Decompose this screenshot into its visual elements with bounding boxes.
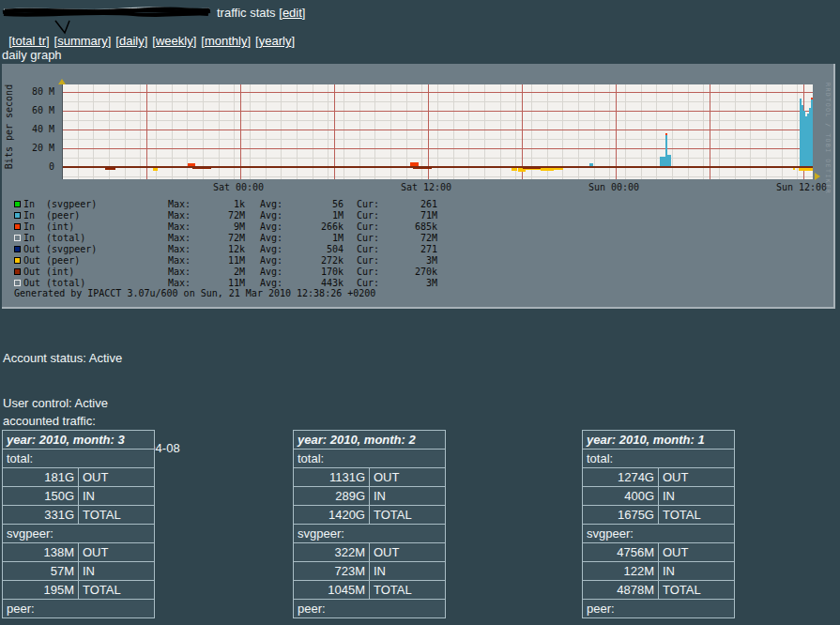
legend-swatch-out-total xyxy=(14,280,21,286)
legend-swatch-in-svgpeer xyxy=(14,201,21,207)
traffic-table-month-1: year: 2010, month: 1 total: 1274GOUT 400… xyxy=(582,430,735,618)
nav-yearly[interactable]: yearly xyxy=(259,34,292,48)
y-tick-20m: 20 M xyxy=(2,143,54,154)
nav-links: total trsummarydailyweeklymonthlyyearly xyxy=(2,20,299,48)
table-row: 723MIN xyxy=(294,562,446,581)
y-tick-60m: 60 M xyxy=(2,105,54,116)
traffic-table-month-3: year: 2010, month: 3 total: 181GOUT 150G… xyxy=(2,430,155,618)
y-tick-0: 0 xyxy=(2,161,54,173)
user-control-line: User control: Active xyxy=(3,396,180,411)
section-total: total: xyxy=(3,450,155,468)
legend-row: In (int) Max:9M Avg:266k Cur:685k xyxy=(2,221,828,232)
section-svgpeer: svgpeer: xyxy=(294,525,446,543)
table-row: 1420GTOTAL xyxy=(294,506,446,525)
table-row: 1274GOUT xyxy=(583,468,735,487)
traffic-table-month-2: year: 2010, month: 2 total: 1131GOUT 289… xyxy=(293,430,446,618)
ink-mark xyxy=(53,19,76,36)
section-total: total: xyxy=(294,450,446,468)
x-axis-arrow-icon xyxy=(815,173,820,180)
traffic-series-bars xyxy=(62,84,813,179)
section-svgpeer: svgpeer: xyxy=(3,525,155,543)
table-row: 322MOUT xyxy=(294,543,446,562)
table-header: year: 2010, month: 1 xyxy=(583,431,735,450)
page-title: traffic stats xyxy=(217,6,276,20)
legend-swatch-in-int xyxy=(14,223,21,230)
table-row: 400GIN xyxy=(583,487,735,506)
redacted-name xyxy=(2,6,212,20)
table-row: 1131GOUT xyxy=(294,468,446,487)
nav-monthly[interactable]: monthly xyxy=(205,34,248,48)
section-svgpeer: svgpeer: xyxy=(583,525,735,543)
table-header: year: 2010, month: 3 xyxy=(3,431,155,450)
daily-graph-label: daily graph xyxy=(2,48,62,62)
table-row: 122MIN xyxy=(583,562,735,581)
accounted-traffic-label: accounted traffic: xyxy=(3,414,96,428)
legend-swatch-in-total xyxy=(14,235,21,241)
y-tick-80m: 80 M xyxy=(2,86,54,98)
table-row: 4756MOUT xyxy=(583,543,735,562)
rrdtool-watermark: RRDTOOL / TOBI OETIKER xyxy=(824,83,832,194)
legend-row: Out (peer) Max:11M Avg:272k Cur:3M xyxy=(2,254,828,266)
table-row: 181GOUT xyxy=(3,468,155,487)
x-tick-sat-00: Sat 00:00 xyxy=(206,182,271,193)
nav-weekly[interactable]: weekly xyxy=(156,34,193,48)
plot-area xyxy=(62,84,813,179)
graph-legend: In (svgpeer) Max:1k Avg:56 Cur:261 In (p… xyxy=(2,198,828,299)
legend-row: In (peer) Max:72M Avg:1M Cur:71M xyxy=(2,209,828,221)
section-total: total: xyxy=(583,450,735,468)
table-row: 138MOUT xyxy=(3,543,155,562)
edit-link-wrap: edit xyxy=(279,6,305,20)
daily-traffic-graph: Bits per second 80 M 60 M 40 M 20 M 0 Sa… xyxy=(2,64,835,309)
legend-row: Out (total) Max:11M Avg:443k Cur:3M xyxy=(2,277,828,288)
graph-generated-line: Generated by IPACCT 3.07u/600 on Sun, 21… xyxy=(2,288,828,299)
table-row: 195MTOTAL xyxy=(3,581,155,600)
table-row: 331GTOTAL xyxy=(3,506,155,525)
legend-swatch-in-peer xyxy=(14,212,21,219)
legend-row: Out (svgpeer) Max:12k Avg:504 Cur:271 xyxy=(2,243,828,254)
y-axis-line xyxy=(62,80,63,179)
legend-row: In (total) Max:72M Avg:1M Cur:72M xyxy=(2,232,828,243)
edit-link[interactable]: edit xyxy=(283,6,302,20)
section-peer: peer: xyxy=(294,600,446,618)
table-row: 1045MTOTAL xyxy=(294,581,446,600)
legend-swatch-out-svgpeer xyxy=(14,246,21,252)
table-row: 289GIN xyxy=(294,487,446,506)
account-status-line: Account status: Active xyxy=(3,351,180,366)
nav-total-tr[interactable]: total tr xyxy=(12,34,46,48)
section-peer: peer: xyxy=(583,600,735,618)
y-tick-40m: 40 M xyxy=(2,124,54,135)
legend-row: Out (int) Max:2M Avg:170k Cur:270k xyxy=(2,266,828,277)
page-title-line: traffic stats edit xyxy=(2,5,305,20)
legend-swatch-out-int xyxy=(14,268,21,275)
legend-row: In (svgpeer) Max:1k Avg:56 Cur:261 xyxy=(2,198,828,209)
x-tick-sat-12: Sat 12:00 xyxy=(393,182,459,193)
x-tick-sun-00: Sun 00:00 xyxy=(581,182,647,193)
table-row: 57MIN xyxy=(3,562,155,581)
nav-daily[interactable]: daily xyxy=(119,34,145,48)
table-row: 4878MTOTAL xyxy=(583,581,735,600)
zero-axis-line xyxy=(62,166,813,168)
table-header: year: 2010, month: 2 xyxy=(294,431,446,450)
legend-swatch-out-peer xyxy=(14,257,21,264)
y-axis-arrow-icon xyxy=(58,79,66,84)
table-row: 150GIN xyxy=(3,487,155,506)
table-row: 1675GTOTAL xyxy=(583,506,735,525)
section-peer: peer: xyxy=(3,600,155,618)
nav-summary[interactable]: summary xyxy=(57,34,107,48)
